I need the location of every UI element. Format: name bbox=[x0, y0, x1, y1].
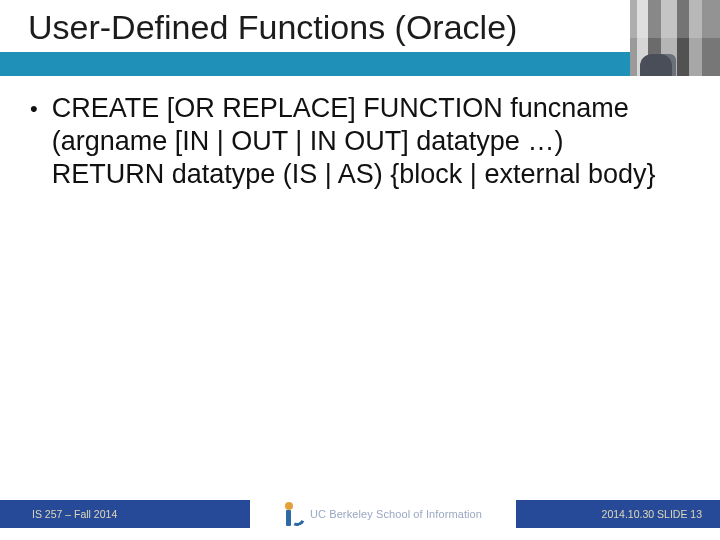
ischool-logo-icon bbox=[284, 502, 302, 526]
footer-right: 2014.10.30 SLIDE 13 bbox=[516, 500, 720, 528]
bullet-item: • CREATE [OR REPLACE] FUNCTION funcname … bbox=[30, 92, 680, 191]
slide-title: User-Defined Functions (Oracle) bbox=[28, 8, 620, 47]
header-photo bbox=[630, 0, 720, 76]
bullet-marker: • bbox=[30, 92, 38, 125]
footer-left: IS 257 – Fall 2014 bbox=[0, 500, 250, 528]
slide: User-Defined Functions (Oracle) • CREATE… bbox=[0, 0, 720, 540]
slide-number-label: 2014.10.30 SLIDE 13 bbox=[602, 508, 702, 520]
title-band bbox=[0, 52, 720, 76]
footer: IS 257 – Fall 2014 UC Berkeley School of… bbox=[0, 500, 720, 528]
footer-center: UC Berkeley School of Information bbox=[250, 500, 516, 528]
ischool-name: UC Berkeley School of Information bbox=[310, 508, 482, 520]
slide-body: • CREATE [OR REPLACE] FUNCTION funcname … bbox=[30, 92, 680, 191]
bullet-text: CREATE [OR REPLACE] FUNCTION funcname (a… bbox=[52, 92, 680, 191]
course-label: IS 257 – Fall 2014 bbox=[32, 508, 117, 520]
